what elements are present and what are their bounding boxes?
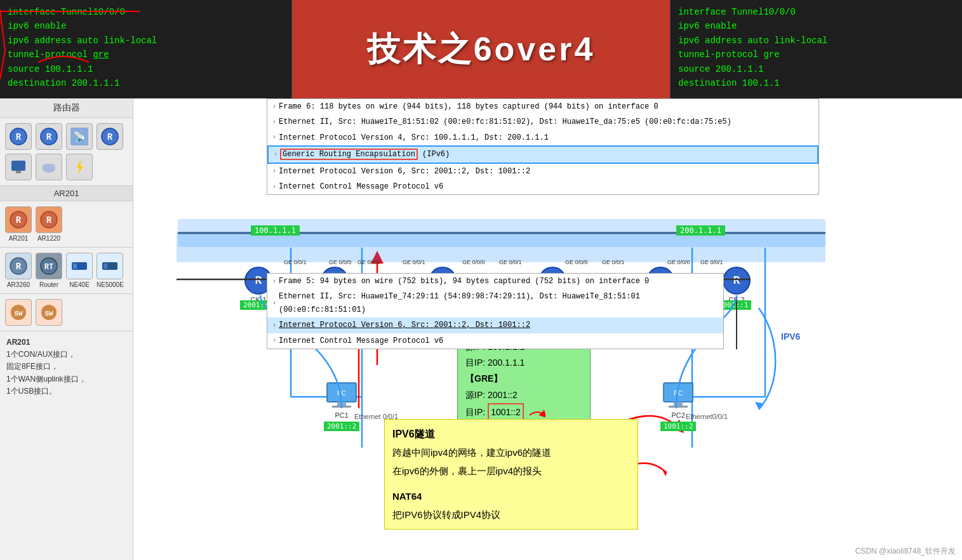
pc1-ip: 2001::2 bbox=[324, 422, 359, 431]
svg-text:RT: RT bbox=[44, 263, 53, 272]
sidebar-icon-cloud[interactable] bbox=[36, 154, 62, 180]
packet-row-4-highlighted[interactable]: › Generic Routing Encapsulation (IPv6) bbox=[267, 145, 818, 163]
gre-label: 【GRE】 bbox=[465, 371, 582, 387]
expand-arrow-b1: › bbox=[272, 276, 276, 287]
packet-bot-row-3[interactable]: › Internet Protocol Version 6, Src: 2001… bbox=[267, 317, 723, 333]
svg-text:📡: 📡 bbox=[73, 131, 86, 143]
svg-rect-12 bbox=[16, 171, 21, 173]
router-icon-3: R bbox=[97, 123, 123, 150]
sidebar-extra-2[interactable]: SW bbox=[36, 299, 62, 326]
port-ge-5: GE 0/0/1 bbox=[602, 259, 625, 265]
terminal-left-line3: ipv6 address auto link-local bbox=[8, 34, 284, 48]
sidebar-icon-2[interactable]: R bbox=[36, 123, 62, 150]
tunnel-desc2: 在ipv6的外侧，裹上一层ipv4的报头 bbox=[392, 462, 630, 481]
sidebar-ar201-2[interactable]: R AR1220 bbox=[36, 206, 62, 242]
packet-row-1[interactable]: › Frame 6: 118 bytes on wire (944 bits),… bbox=[267, 99, 818, 114]
pc2-ip: 1001::2 bbox=[660, 422, 696, 431]
ne40e-icon bbox=[66, 253, 93, 279]
gre-dst-outer: 目IP: 200.1.1.1 bbox=[465, 355, 582, 371]
router-icon-2: R bbox=[36, 123, 62, 150]
terminal-right-line2: ipv6 enable bbox=[678, 19, 954, 33]
packet-row-6[interactable]: › Internet Control Message Protocol v6 bbox=[267, 179, 818, 194]
gre-src-inner: 源IP: 2001::2 bbox=[465, 387, 582, 403]
expand-arrow-b4: › bbox=[272, 335, 276, 346]
port-ge-0: GE 0/0/0 bbox=[357, 259, 380, 265]
packet-row-2[interactable]: › Ethernet II, Src: HuaweiTe_81:51:02 (0… bbox=[267, 114, 818, 130]
port-ge-2: GE 0/0/0 bbox=[462, 259, 485, 265]
expand-arrow-2: › bbox=[272, 117, 276, 128]
sidebar-router[interactable]: RT Router bbox=[36, 253, 62, 288]
svg-text:R: R bbox=[16, 132, 22, 142]
sidebar-ar201-icons: R AR201 R AR1220 bbox=[0, 201, 133, 247]
tunnel-spacer bbox=[392, 480, 630, 488]
sidebar-icon-flash[interactable] bbox=[66, 154, 93, 180]
svg-rect-26 bbox=[73, 263, 77, 269]
svg-text:R: R bbox=[46, 215, 52, 225]
wifi-icon: 📡 bbox=[66, 123, 93, 150]
ar201-label-2: AR1220 bbox=[37, 235, 60, 242]
sidebar-icon-1[interactable]: R bbox=[5, 123, 32, 150]
sidebar-title: 路由器 bbox=[0, 98, 133, 118]
tunnel-bar bbox=[177, 232, 825, 262]
terminal-left-line2: ipv6 enable bbox=[8, 19, 284, 33]
svg-line-2 bbox=[0, 51, 5, 79]
ne5000e-label: NE5000E bbox=[97, 281, 124, 288]
nat64-desc: 把IPV6协议转成IPV4协议 bbox=[392, 506, 630, 524]
packet-row-5[interactable]: › Internet Protocol Version 6, Src: 2001… bbox=[267, 164, 818, 179]
svg-text:IPV6: IPV6 bbox=[781, 331, 801, 342]
sidebar-bottom-icons: SW SW bbox=[0, 293, 133, 331]
main-area: 路由器 R R 📡 R bbox=[0, 98, 962, 560]
router-generic-icon: RT bbox=[36, 253, 62, 279]
ne40e-label: NE40E bbox=[69, 281, 90, 288]
svg-text:SW: SW bbox=[44, 310, 53, 317]
tunnel-desc1: 跨越中间ipv4的网络，建立ipv6的隧道 bbox=[392, 444, 630, 462]
sidebar-icon-monitor[interactable] bbox=[5, 154, 32, 180]
cloud-icon bbox=[36, 154, 62, 180]
expand-arrow-3: › bbox=[272, 132, 276, 143]
packet-row-3[interactable]: › Internet Protocol Version 4, Src: 100.… bbox=[267, 130, 818, 145]
terminal-right-line6: destination 100.1.1 bbox=[678, 76, 954, 90]
expand-arrow-b3: › bbox=[272, 320, 276, 331]
description-line3: 1个WAN侧uplink接口， bbox=[6, 375, 86, 383]
port-ge-4: GE 0/0/0 bbox=[565, 259, 588, 265]
sidebar-icon-wifi[interactable]: 📡 bbox=[66, 123, 93, 150]
sidebar-extra-1[interactable]: SW bbox=[5, 299, 32, 326]
pc2-icon: PC bbox=[662, 381, 695, 409]
pc1-node: PC PC1 2001::2 bbox=[324, 381, 359, 431]
monitor-icon bbox=[5, 154, 32, 180]
packet-bot-text-4: Internet Control Message Protocol v6 bbox=[279, 335, 443, 347]
svg-rect-11 bbox=[11, 161, 25, 171]
pc1-icon: PC bbox=[325, 381, 358, 409]
svg-text:PC: PC bbox=[674, 390, 683, 397]
packet-bot-row-2[interactable]: › Ethernet II, Src: HuaweiTe_74:29:11 (5… bbox=[267, 289, 723, 317]
ar3260-icon: R bbox=[5, 253, 32, 279]
gre-highlight-box: Generic Routing Encapsulation bbox=[280, 149, 418, 160]
pc2-label: PC2 bbox=[671, 411, 685, 419]
ipv6-dst: 2 bbox=[526, 321, 530, 330]
packet-bot-row-1[interactable]: › Frame 5: 94 bytes on wire (752 bits), … bbox=[267, 274, 723, 289]
ck2-circle: R bbox=[723, 267, 751, 295]
port-ge-6: GE 0/0/0 bbox=[667, 259, 690, 265]
expand-arrow-b2: › bbox=[272, 298, 276, 309]
ne5000e-icon bbox=[97, 253, 123, 279]
sidebar-ne40e[interactable]: NE40E bbox=[66, 253, 93, 288]
packet-bot-row-4[interactable]: › Internet Control Message Protocol v6 bbox=[267, 333, 723, 349]
sidebar-ar201-1[interactable]: R AR201 bbox=[5, 206, 32, 242]
expand-arrow-1: › bbox=[272, 102, 276, 112]
svg-rect-46 bbox=[337, 402, 346, 406]
expand-arrow-5: › bbox=[272, 166, 276, 177]
terminal-right-line1: interface Tunnel10/0/0 bbox=[678, 5, 954, 19]
terminal-right-line5: source 200.1.1.1 bbox=[678, 62, 954, 76]
terminal-left-line1: interface Tunnel10/0/0 bbox=[8, 5, 284, 19]
description-line1: 1个CON/AUX接口， bbox=[6, 350, 76, 359]
sidebar-icon-3[interactable]: R bbox=[97, 123, 123, 150]
sidebar-ar3260[interactable]: R AR3260 bbox=[5, 253, 32, 288]
packet-text-6: Internet Control Message Protocol v6 bbox=[279, 180, 443, 193]
sidebar-router-icons: R R 📡 R bbox=[0, 118, 133, 185]
port-ge-3: GE 0/0/1 bbox=[499, 259, 522, 265]
top-terminal: interface Tunnel10/0/0 ipv6 enable ipv6 … bbox=[0, 0, 962, 98]
svg-marker-60 bbox=[755, 402, 763, 410]
pc1-label: PC1 bbox=[335, 411, 348, 419]
ip-label-200: 200.1.1.1 bbox=[676, 225, 725, 236]
sidebar-ne5000e[interactable]: NE5000E bbox=[97, 253, 124, 288]
